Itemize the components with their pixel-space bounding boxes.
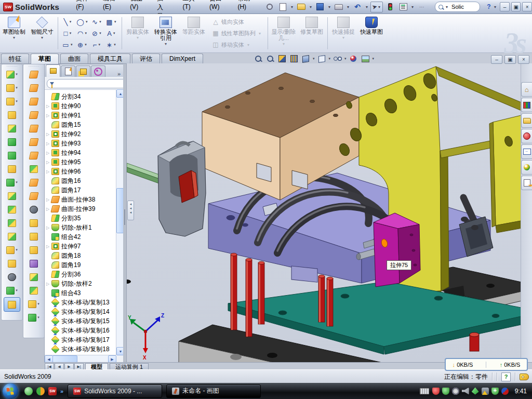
tree-item[interactable]: ▷切除-放样1 <box>45 223 110 232</box>
mirror-entities-button[interactable]: △ 镜向实体 <box>210 17 264 27</box>
features-axis-button[interactable] <box>2 270 22 284</box>
features-wrap-button[interactable] <box>2 122 22 135</box>
tree-item[interactable]: 分割34 <box>45 92 110 101</box>
gps-green-icon[interactable] <box>472 388 479 395</box>
features-curve-button[interactable]: ▾ <box>2 284 22 297</box>
repair-sketch-button[interactable]: 修复草图 <box>298 14 326 52</box>
tab-曲面[interactable]: 曲面 <box>60 54 88 63</box>
select-tool-button[interactable]: ➤▾ <box>370 2 383 12</box>
surfaces-knit-surface-button[interactable] <box>23 122 44 135</box>
expand-arrow[interactable]: ▷ <box>46 132 51 137</box>
tree-item[interactable]: ▷拉伸96 <box>45 167 110 176</box>
design-library-tab[interactable] <box>521 98 532 112</box>
tree-item[interactable]: ▷切除-放样2 <box>45 279 110 288</box>
antivirus-shield-icon[interactable] <box>432 388 440 395</box>
expand-arrow[interactable]: ▷ <box>46 282 51 286</box>
tree-item[interactable]: ▷拉伸92 <box>45 129 110 139</box>
zoom-area-button[interactable] <box>265 54 275 63</box>
viewport-pane-handle[interactable]: ◂◂◂ <box>127 201 134 220</box>
quick-snaps-button[interactable]: 快速捕捉▾ <box>329 14 357 52</box>
pattern-caret[interactable]: ▾ <box>16 180 18 184</box>
h-scroll-thumb[interactable] <box>52 355 77 363</box>
surfaces-boundary-surface-button[interactable] <box>23 95 44 108</box>
display-delete-relations-button[interactable]: 显示/删除几...▾ <box>270 14 298 52</box>
feature-manager-tab[interactable] <box>46 64 60 77</box>
taskbar-clock[interactable]: 9:41 <box>515 388 527 395</box>
shield-plus-icon[interactable] <box>491 388 499 395</box>
zoom-fit-button[interactable] <box>253 54 263 63</box>
boss-extrude-caret[interactable]: ▾ <box>16 72 18 76</box>
surfaces-revolved-surface-button[interactable] <box>23 81 44 95</box>
view-orientation-caret[interactable]: ▾ <box>313 57 315 61</box>
surfaces-offset-surface-button[interactable] <box>23 135 44 149</box>
offset-entities-button[interactable]: 等距实体 <box>180 14 208 52</box>
rapid-sketch-button[interactable]: 快速草图 <box>357 14 385 52</box>
linear-sketch-pattern-button[interactable]: ▦ 线性草图阵列▾ <box>210 28 264 38</box>
extruded-cut-caret[interactable]: ▾ <box>16 86 18 90</box>
scene-caret[interactable]: ▾ <box>373 57 375 61</box>
resources-tab[interactable]: ⌂ <box>521 82 532 97</box>
section-view-button[interactable] <box>277 54 287 63</box>
sketch-tool-spline[interactable]: ∿▾ <box>90 16 104 28</box>
appearances-button[interactable] <box>349 54 358 63</box>
smart-dimension-button[interactable]: 智能尺寸▾ <box>28 14 56 52</box>
v-scroll-thumb[interactable] <box>116 188 124 233</box>
sketch-tool-trim-box[interactable]: ▩▾ <box>104 16 119 28</box>
sketch-tool-jog[interactable]: ⌐▾ <box>90 39 104 50</box>
sketch-tool-ellipse[interactable]: ⊘▾ <box>90 28 104 39</box>
curve-caret[interactable]: ▾ <box>16 288 18 292</box>
tree-item[interactable]: 组合42 <box>45 232 110 242</box>
tab-特征[interactable]: 特征 <box>1 54 29 63</box>
undo-caret[interactable]: ▾ <box>365 5 369 9</box>
print-button[interactable] <box>333 2 344 12</box>
tree-item[interactable]: ▷拉伸93 <box>45 139 110 148</box>
expand-arrow[interactable]: ▷ <box>46 151 51 155</box>
input-method-icon[interactable] <box>420 388 429 394</box>
hide-show-items-button[interactable] <box>332 54 342 63</box>
hide-show-items-caret[interactable]: ▾ <box>344 57 347 61</box>
surfaces-surface-curve-button[interactable]: ▾ <box>23 311 44 324</box>
tree-item[interactable]: 圆角16 <box>45 176 110 185</box>
restore-button[interactable]: ▣ <box>511 2 521 11</box>
surfaces-freeform-button[interactable] <box>23 257 44 270</box>
tree-item[interactable]: 圆角17 <box>45 185 110 195</box>
search-caret[interactable]: ▾ <box>445 5 449 9</box>
sketch-tool-circle[interactable]: ◯▾ <box>75 16 90 28</box>
tree-item[interactable]: ▷曲面-拉伸39 <box>45 204 110 214</box>
messenger-icon[interactable] <box>24 387 33 395</box>
tree-filter-box[interactable] <box>47 79 135 88</box>
tree-item[interactable]: ▷拉伸95 <box>45 157 110 167</box>
surfaces-lofted-surface-button[interactable] <box>23 108 44 122</box>
tree-item[interactable]: ▷拉伸91 <box>45 111 110 120</box>
options-button[interactable] <box>397 2 409 12</box>
configuration-manager-tab[interactable] <box>76 65 90 77</box>
features-solid-block-button[interactable] <box>2 135 22 149</box>
close-button[interactable]: × <box>522 2 532 11</box>
expand-arrow[interactable]: ▷ <box>46 141 51 146</box>
help-button[interactable]: ? <box>484 2 494 12</box>
surface-curve-caret[interactable]: ▾ <box>37 315 39 320</box>
features-split-button[interactable] <box>2 203 22 216</box>
display-style-button[interactable] <box>317 54 327 63</box>
search-input[interactable] <box>450 3 476 10</box>
tag-icon[interactable] <box>520 374 529 380</box>
expand-arrow[interactable]: ▷ <box>46 160 51 165</box>
surfaces-delete-face-button[interactable] <box>23 203 44 216</box>
dimxpert-manager-tab[interactable] <box>91 65 105 77</box>
sync-icon[interactable] <box>501 388 509 395</box>
features-plane-button[interactable] <box>2 257 22 270</box>
doc-minimize-button[interactable]: – <box>491 55 502 64</box>
expand-arrow[interactable]: ▷ <box>46 104 51 109</box>
expand-arrow[interactable]: ▷ <box>46 244 51 249</box>
reference-geometry-caret[interactable]: ▾ <box>16 248 18 252</box>
surfaces-extend-surface-button[interactable] <box>23 176 44 189</box>
features-boss-extrude-button[interactable]: ▾ <box>2 68 22 81</box>
doc-restore-button[interactable]: ▣ <box>504 55 516 64</box>
doc-close-button[interactable]: × <box>518 55 529 64</box>
new-caret[interactable]: ▾ <box>290 5 294 9</box>
open-button[interactable] <box>296 2 307 12</box>
open-caret[interactable]: ▾ <box>309 5 313 9</box>
tab-草图[interactable]: 草图 <box>31 54 59 64</box>
convert-entities-button[interactable]: 转换实体引用▾ <box>152 14 180 52</box>
surfaces-reference-star-button[interactable]: ▾ <box>23 297 44 311</box>
